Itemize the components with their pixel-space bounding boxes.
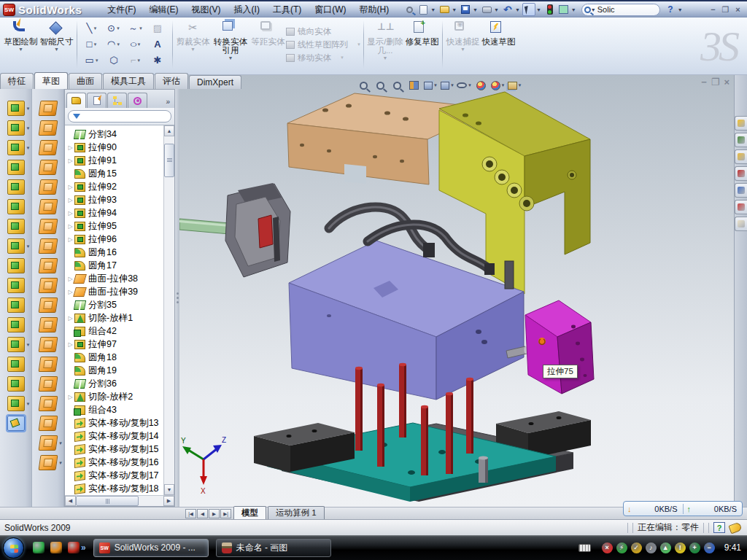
polygon-tool[interactable]: ⬡ [103,52,125,69]
solidworks-resources-tab[interactable] [735,116,747,131]
lofted-surface-icon[interactable] [38,160,58,175]
scroll-down-button[interactable]: ▼ [164,484,174,495]
configurationmanager-tab[interactable] [107,93,127,108]
trim-surface-icon[interactable] [38,298,58,313]
tree-item[interactable]: 实体-移动/复制18 [66,482,163,495]
fm-overflow-chevron[interactable]: » [163,98,173,108]
print-button[interactable] [480,3,493,16]
volume-icon[interactable]: ♪ [646,542,657,553]
tree-item[interactable]: 实体-移动/复制16 [66,456,163,469]
expand-arrow-icon[interactable]: ▷ [66,158,74,164]
view-orientation-icon[interactable]: ▼ [423,77,438,93]
sketch-fillet-tool[interactable]: ⌐▼ [125,52,147,69]
parting-line-icon[interactable] [38,357,58,372]
ellipse-tool[interactable]: ○▼ [125,36,147,52]
revolved-surface-icon[interactable] [38,120,58,136]
quick-launch-overflow[interactable]: » [81,542,86,553]
tree-item[interactable]: 圆角15 [66,167,163,180]
tree-item[interactable]: ▷拉伸95 [66,219,163,233]
keyboard-layout-icon[interactable] [578,544,591,552]
tree-item[interactable]: ▷拉伸93 [66,193,163,206]
view-settings-icon[interactable]: ▼ [507,77,522,93]
split-icon[interactable] [7,278,25,293]
linear-sketch-pattern-button[interactable]: 线性草图阵列▼ [286,39,361,50]
windows-update-icon[interactable]: ✓ [631,542,642,553]
expand-arrow-icon[interactable]: ▷ [66,236,74,243]
extruded-boss-base-icon[interactable]: ▼ [7,101,25,116]
tree-filter-input[interactable] [68,110,171,122]
extend-surface-icon[interactable] [38,278,58,293]
apply-scene-icon[interactable]: ▼ [490,77,506,93]
combine-icon[interactable] [7,298,25,313]
scroll-up-button[interactable]: ▲ [164,125,174,136]
expand-arrow-icon[interactable]: ▷ [66,144,74,151]
circle-tool[interactable]: ⊙▼ [103,20,125,36]
move-copy-body-icon[interactable] [7,317,25,332]
save-button[interactable] [459,3,472,16]
tree-item[interactable]: ▷拉伸90 [66,141,163,154]
tree-horizontal-scrollbar[interactable]: ◀ ▶ [65,495,174,506]
line-tool[interactable]: ╲▼ [81,20,103,36]
arc-tool[interactable]: ◠▼ [103,36,125,52]
move-entities-button[interactable]: 移动实体▼ [286,52,361,63]
media-player-icon[interactable] [50,542,62,553]
tab-features[interactable]: 特征 [0,73,34,89]
tag-icon[interactable] [728,521,742,534]
side-insert[interactable] [525,300,594,394]
sketch-text-tool[interactable]: A [147,36,169,52]
new-document-button[interactable] [417,3,430,16]
filled-surface-icon[interactable] [38,199,58,214]
select-button[interactable] [522,3,535,16]
solidworks-launcher-icon[interactable] [68,542,80,553]
open-button[interactable] [438,3,451,16]
restore-button[interactable]: ❐ [719,4,732,15]
spline-tool-icon[interactable]: ▼ [7,396,25,411]
menu-tools[interactable]: 工具(T) [266,1,308,18]
taskbar-task-paint[interactable]: 未命名 - 画图 [216,539,331,557]
extruded-cut-icon[interactable]: ▼ [7,120,25,136]
parting-surface-icon[interactable] [38,396,58,411]
shell-icon[interactable] [7,179,25,195]
pin-icon[interactable] [403,3,416,16]
tab-mold-tools[interactable]: 模具工具 [103,73,154,89]
doc-minimize-button[interactable]: − [701,77,707,88]
delete-face-icon[interactable] [38,317,58,332]
dimxpertmanager-tab[interactable] [128,93,147,108]
point-tool[interactable]: ✱ [147,52,169,69]
composite-curve-icon[interactable] [7,376,25,392]
model-tab[interactable]: 模型 [233,506,266,519]
curve-through-points-icon[interactable]: ▼ [7,337,25,352]
status-help-button[interactable]: ? [713,522,725,533]
menu-edit[interactable]: 编辑(E) [143,1,185,18]
tab-dimxpert[interactable]: DimXpert [189,75,241,89]
appearances-scenes-tab[interactable] [735,200,747,214]
tree-item[interactable]: ▷曲面-拉伸38 [66,272,163,285]
tab-sketch[interactable]: 草图 [34,72,68,89]
zoom-to-fit-icon[interactable] [356,77,371,93]
tree-item[interactable]: ▷切除-放样1 [66,311,163,324]
reference-geometry-icon[interactable] [7,357,25,372]
security-alert-icon[interactable]: × [602,542,613,553]
tree-item[interactable]: ▷拉伸96 [66,233,163,246]
tree-item[interactable]: ▷曲面-拉伸39 [66,285,163,298]
horizontal-scroll-thumb[interactable] [76,496,139,506]
sync-blocked-icon[interactable]: − [704,542,715,553]
first-tab-button[interactable]: |◀ [185,509,196,518]
tree-item[interactable]: 分割35 [66,298,163,311]
selection-marquee-tool[interactable]: ▨ [147,20,169,36]
model-3d-view[interactable]: Y Z X [179,75,734,507]
expand-arrow-icon[interactable]: ▷ [66,210,74,217]
minimize-button[interactable]: − [707,4,719,15]
tree-item[interactable]: 分割36 [66,377,163,390]
graphics-viewport[interactable]: Y Z X ▼▼▼▼▼ − ❐ × 拉伸75 [179,75,734,507]
undo-button[interactable]: ↶ [501,3,514,16]
rib-icon[interactable] [7,258,25,273]
spline-tool[interactable]: ～▼ [125,20,147,36]
slot-tool[interactable]: ▭▼ [81,52,103,69]
extruded-surface-icon[interactable] [38,140,58,155]
doc-close-button[interactable]: × [724,77,729,88]
expand-arrow-icon[interactable]: ▷ [66,223,74,230]
linear-pattern-icon[interactable]: ▼ [7,238,25,254]
view-palette-tab[interactable] [735,183,747,198]
fillet-icon[interactable]: ▼ [7,140,25,155]
